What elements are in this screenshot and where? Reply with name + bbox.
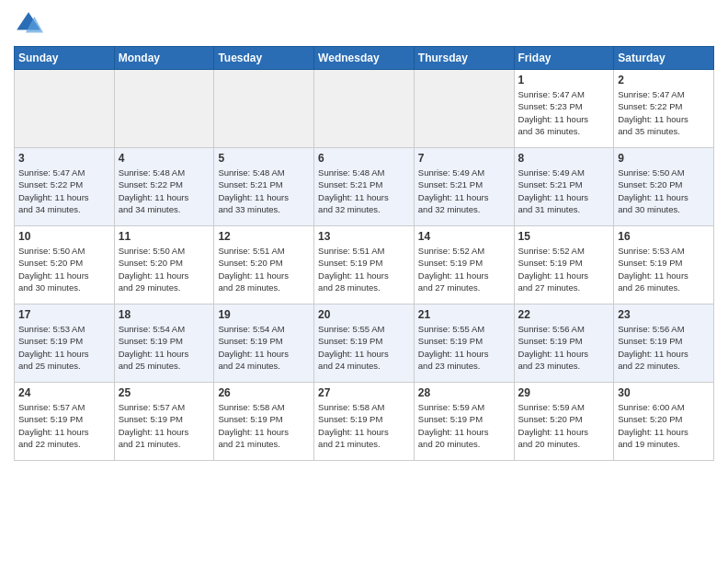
weekday-header-tuesday: Tuesday [214, 47, 314, 70]
calendar-cell: 20Sunrise: 5:55 AM Sunset: 5:19 PM Dayli… [314, 304, 415, 383]
calendar-page: SundayMondayTuesdayWednesdayThursdayFrid… [0, 0, 728, 475]
calendar-cell [114, 70, 214, 148]
calendar-cell: 15Sunrise: 5:52 AM Sunset: 5:19 PM Dayli… [514, 226, 614, 304]
calendar-cell: 25Sunrise: 5:57 AM Sunset: 5:19 PM Dayli… [114, 383, 214, 461]
day-info: Sunrise: 5:52 AM Sunset: 5:19 PM Dayligh… [418, 245, 510, 293]
day-number: 19 [218, 308, 310, 321]
logo-icon [14, 9, 43, 39]
calendar-cell: 2Sunrise: 5:47 AM Sunset: 5:22 PM Daylig… [614, 70, 714, 148]
calendar-cell: 28Sunrise: 5:59 AM Sunset: 5:19 PM Dayli… [414, 383, 514, 461]
day-number: 28 [418, 386, 510, 399]
day-info: Sunrise: 5:57 AM Sunset: 5:19 PM Dayligh… [119, 401, 210, 450]
calendar-cell: 17Sunrise: 5:53 AM Sunset: 5:19 PM Dayli… [15, 304, 115, 383]
day-info: Sunrise: 6:00 AM Sunset: 5:20 PM Dayligh… [618, 401, 710, 450]
day-info: Sunrise: 5:48 AM Sunset: 5:21 PM Dayligh… [218, 167, 310, 215]
weekday-header-monday: Monday [114, 47, 214, 70]
weekday-header-sunday: Sunday [15, 47, 115, 70]
calendar-week-row: 1Sunrise: 5:47 AM Sunset: 5:23 PM Daylig… [15, 70, 714, 148]
day-number: 3 [18, 152, 110, 165]
day-info: Sunrise: 5:49 AM Sunset: 5:21 PM Dayligh… [418, 167, 510, 215]
day-info: Sunrise: 5:52 AM Sunset: 5:19 PM Dayligh… [518, 245, 610, 293]
day-number: 29 [518, 386, 610, 399]
day-info: Sunrise: 5:58 AM Sunset: 5:19 PM Dayligh… [318, 401, 410, 450]
calendar-cell [15, 70, 115, 148]
weekday-header-saturday: Saturday [614, 47, 714, 70]
day-number: 23 [618, 308, 710, 321]
day-number: 1 [518, 74, 610, 86]
day-info: Sunrise: 5:59 AM Sunset: 5:20 PM Dayligh… [518, 401, 610, 450]
day-info: Sunrise: 5:51 AM Sunset: 5:20 PM Dayligh… [218, 245, 310, 293]
day-number: 26 [218, 386, 310, 399]
weekday-header-row: SundayMondayTuesdayWednesdayThursdayFrid… [15, 47, 714, 70]
day-number: 22 [518, 308, 610, 321]
day-number: 27 [318, 386, 410, 399]
weekday-header-wednesday: Wednesday [314, 47, 415, 70]
day-number: 6 [318, 152, 410, 165]
day-number: 24 [18, 386, 110, 399]
day-number: 16 [618, 230, 710, 243]
day-number: 11 [119, 230, 210, 243]
day-number: 17 [18, 308, 110, 321]
day-info: Sunrise: 5:50 AM Sunset: 5:20 PM Dayligh… [618, 167, 710, 215]
day-info: Sunrise: 5:47 AM Sunset: 5:23 PM Dayligh… [518, 88, 610, 137]
calendar-cell [214, 70, 314, 148]
day-number: 14 [418, 230, 510, 243]
calendar-cell: 18Sunrise: 5:54 AM Sunset: 5:19 PM Dayli… [114, 304, 214, 383]
calendar-week-row: 17Sunrise: 5:53 AM Sunset: 5:19 PM Dayli… [15, 304, 714, 383]
calendar-cell: 19Sunrise: 5:54 AM Sunset: 5:19 PM Dayli… [214, 304, 314, 383]
day-info: Sunrise: 5:58 AM Sunset: 5:19 PM Dayligh… [218, 401, 310, 450]
day-number: 30 [618, 386, 710, 399]
calendar-cell: 10Sunrise: 5:50 AM Sunset: 5:20 PM Dayli… [15, 226, 115, 304]
day-info: Sunrise: 5:53 AM Sunset: 5:19 PM Dayligh… [18, 323, 110, 372]
calendar-week-row: 24Sunrise: 5:57 AM Sunset: 5:19 PM Dayli… [15, 383, 714, 461]
weekday-header-thursday: Thursday [414, 47, 514, 70]
calendar-cell: 30Sunrise: 6:00 AM Sunset: 5:20 PM Dayli… [614, 383, 714, 461]
calendar-cell: 29Sunrise: 5:59 AM Sunset: 5:20 PM Dayli… [514, 383, 614, 461]
calendar-cell: 23Sunrise: 5:56 AM Sunset: 5:19 PM Dayli… [614, 304, 714, 383]
day-info: Sunrise: 5:56 AM Sunset: 5:19 PM Dayligh… [618, 323, 710, 372]
calendar-cell: 11Sunrise: 5:50 AM Sunset: 5:20 PM Dayli… [114, 226, 214, 304]
day-info: Sunrise: 5:47 AM Sunset: 5:22 PM Dayligh… [18, 167, 110, 215]
day-info: Sunrise: 5:59 AM Sunset: 5:19 PM Dayligh… [418, 401, 510, 450]
day-number: 2 [618, 74, 710, 86]
day-info: Sunrise: 5:49 AM Sunset: 5:21 PM Dayligh… [518, 167, 610, 215]
header [14, 9, 714, 39]
day-number: 9 [618, 152, 710, 165]
calendar-week-row: 3Sunrise: 5:47 AM Sunset: 5:22 PM Daylig… [15, 148, 714, 226]
calendar-cell: 4Sunrise: 5:48 AM Sunset: 5:22 PM Daylig… [114, 148, 214, 226]
day-number: 20 [318, 308, 410, 321]
day-number: 10 [18, 230, 110, 243]
calendar-cell [414, 70, 514, 148]
calendar-cell: 1Sunrise: 5:47 AM Sunset: 5:23 PM Daylig… [514, 70, 614, 148]
day-info: Sunrise: 5:50 AM Sunset: 5:20 PM Dayligh… [18, 245, 110, 293]
day-info: Sunrise: 5:56 AM Sunset: 5:19 PM Dayligh… [518, 323, 610, 372]
day-number: 21 [418, 308, 510, 321]
day-info: Sunrise: 5:51 AM Sunset: 5:19 PM Dayligh… [318, 245, 410, 293]
calendar-cell: 14Sunrise: 5:52 AM Sunset: 5:19 PM Dayli… [414, 226, 514, 304]
calendar-week-row: 10Sunrise: 5:50 AM Sunset: 5:20 PM Dayli… [15, 226, 714, 304]
day-info: Sunrise: 5:55 AM Sunset: 5:19 PM Dayligh… [318, 323, 410, 372]
calendar-cell: 12Sunrise: 5:51 AM Sunset: 5:20 PM Dayli… [214, 226, 314, 304]
day-number: 8 [518, 152, 610, 165]
day-number: 7 [418, 152, 510, 165]
calendar-cell: 26Sunrise: 5:58 AM Sunset: 5:19 PM Dayli… [214, 383, 314, 461]
calendar-cell: 5Sunrise: 5:48 AM Sunset: 5:21 PM Daylig… [214, 148, 314, 226]
calendar-cell: 3Sunrise: 5:47 AM Sunset: 5:22 PM Daylig… [15, 148, 115, 226]
calendar-cell: 21Sunrise: 5:55 AM Sunset: 5:19 PM Dayli… [414, 304, 514, 383]
day-info: Sunrise: 5:54 AM Sunset: 5:19 PM Dayligh… [218, 323, 310, 372]
calendar-cell: 7Sunrise: 5:49 AM Sunset: 5:21 PM Daylig… [414, 148, 514, 226]
day-number: 12 [218, 230, 310, 243]
calendar-cell: 22Sunrise: 5:56 AM Sunset: 5:19 PM Dayli… [514, 304, 614, 383]
calendar-cell [314, 70, 415, 148]
calendar-cell: 9Sunrise: 5:50 AM Sunset: 5:20 PM Daylig… [614, 148, 714, 226]
day-number: 25 [119, 386, 210, 399]
day-info: Sunrise: 5:57 AM Sunset: 5:19 PM Dayligh… [18, 401, 110, 450]
day-number: 5 [218, 152, 310, 165]
day-number: 18 [119, 308, 210, 321]
day-number: 15 [518, 230, 610, 243]
day-number: 13 [318, 230, 410, 243]
calendar-cell: 6Sunrise: 5:48 AM Sunset: 5:21 PM Daylig… [314, 148, 415, 226]
day-info: Sunrise: 5:54 AM Sunset: 5:19 PM Dayligh… [119, 323, 210, 372]
calendar-cell: 27Sunrise: 5:58 AM Sunset: 5:19 PM Dayli… [314, 383, 415, 461]
day-info: Sunrise: 5:53 AM Sunset: 5:19 PM Dayligh… [618, 245, 710, 293]
